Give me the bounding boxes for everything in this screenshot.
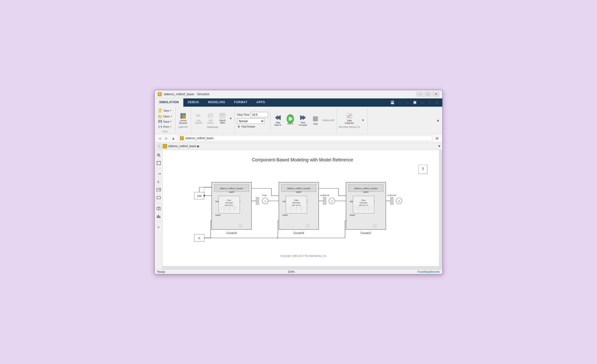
zoom-in-button[interactable]: [155, 152, 162, 158]
svg-rect-6: [159, 120, 161, 121]
svg-text:with Ts=1.0: with Ts=1.0: [359, 204, 368, 206]
log-signals-button[interactable]: LogSignals: [193, 112, 204, 125]
simulate-section-label: SIMULATE: [322, 119, 334, 122]
nav-bar: ◀ ▶ ▲ S sldemo_mdlref_basic ⊞: [155, 134, 442, 143]
svg-text:3: 3: [398, 200, 399, 202]
more-tools-button[interactable]: »: [155, 224, 162, 230]
new-dropdown-arrow[interactable]: ▾: [170, 109, 171, 112]
close-button[interactable]: ✕: [432, 92, 439, 97]
svg-text:0: 0: [199, 237, 200, 240]
new-open-save-group: New ▾ Open ▾: [157, 108, 173, 129]
step-back-label: StepBack ▾: [275, 121, 282, 126]
menu-bar: SIMULATION DEBUG MODELING FORMAT APPS 💾 …: [155, 98, 442, 107]
stop-time-input[interactable]: [251, 112, 268, 117]
mode-select[interactable]: Normal Accelerator Rapid Accelerator: [237, 118, 264, 124]
stop-time-label: Stop Time: [237, 113, 249, 116]
stop-icon: [312, 115, 319, 123]
chart-button[interactable]: [155, 213, 162, 220]
camera-button[interactable]: [155, 205, 162, 212]
status-bar: Ready 100% FixedStepDiscrete: [155, 269, 442, 274]
minimize-button[interactable]: ─: [416, 92, 423, 97]
help-icon[interactable]: ?: [426, 99, 433, 106]
step-back-button[interactable]: StepBack ▾: [272, 113, 283, 127]
canvas-area[interactable]: Component-Based Modeling with Model Refe…: [163, 150, 442, 269]
data-inspector-icon: [347, 113, 352, 119]
open-button[interactable]: Open ▾: [157, 114, 173, 119]
svg-text:OutB: OutB: [320, 194, 325, 196]
nav-up-button[interactable]: ▲: [171, 136, 176, 141]
tab-format[interactable]: FORMAT: [230, 98, 252, 107]
stop-label: Stop: [313, 123, 318, 125]
left-separator-2: [156, 203, 161, 203]
horizontal-scrollbar[interactable]: [163, 266, 439, 269]
signal-table-icon: [219, 113, 225, 119]
svg-rect-51: [157, 216, 158, 218]
tab-apps[interactable]: APPS: [252, 98, 270, 107]
step-forward-icon: [299, 114, 307, 121]
svg-rect-53: [159, 216, 160, 218]
toolbar: New ▾ Open ▾: [155, 107, 442, 134]
svg-rect-9: [159, 125, 161, 127]
svg-rect-10: [159, 127, 161, 128]
review-expand-button[interactable]: ▾: [361, 118, 365, 123]
tab-modeling[interactable]: MODELING: [204, 98, 230, 107]
print-dropdown-arrow[interactable]: ▾: [170, 126, 171, 128]
prepare-expand-button[interactable]: ▾: [229, 116, 233, 121]
fit-view-button[interactable]: [155, 160, 162, 166]
text-tool-button[interactable]: A: [155, 179, 162, 185]
simulink-window: S sldemo_mdlref_basic - Simulink ─ □ ✕ S…: [154, 90, 443, 274]
file-group: New ▾ Open ▾: [155, 108, 176, 133]
svg-marker-25: [300, 115, 306, 120]
nav-grid-icon[interactable]: ⊞: [434, 135, 440, 141]
title-bar: S sldemo_mdlref_basic - Simulink ─ □ ✕: [155, 90, 442, 98]
save-dropdown-arrow[interactable]: ▾: [170, 120, 171, 123]
path-arrow: ▶: [197, 144, 199, 148]
path-model-name: sldemo_mdlref_basic: [168, 144, 196, 148]
open-label: Open: [163, 115, 170, 118]
toolbar-expand-icon[interactable]: ▲: [435, 117, 441, 123]
more-icon[interactable]: ≫: [419, 99, 425, 106]
print-button[interactable]: Print ▾: [157, 124, 173, 129]
rect-tool-button[interactable]: [155, 194, 162, 201]
open-dropdown-arrow[interactable]: ▾: [171, 115, 172, 117]
library-browser-button[interactable]: LibraryBrowser: [178, 112, 189, 125]
save-button[interactable]: Save ▾: [157, 119, 173, 124]
svg-text:1: 1: [264, 200, 266, 202]
svg-rect-33: [157, 161, 160, 165]
svg-rect-11: [181, 113, 183, 116]
signal-table-label: SignalTable: [219, 119, 225, 124]
vertical-scrollbar[interactable]: [439, 150, 442, 269]
step-forward-button[interactable]: StepForward: [297, 113, 308, 127]
signal-table-button[interactable]: SignalTable: [217, 112, 228, 125]
title-controls: ─ □ ✕: [416, 92, 439, 97]
settings-icon[interactable]: ⚙: [434, 99, 440, 106]
view-icon[interactable]: 🔲: [411, 99, 418, 106]
svg-point-49: [158, 208, 159, 210]
tab-simulation[interactable]: SIMULATION: [155, 98, 183, 107]
redo-icon[interactable]: ↪: [404, 99, 410, 106]
path-expand-arrow[interactable]: ▾: [438, 144, 440, 148]
undo-icon[interactable]: ↩: [397, 99, 403, 106]
tab-debug[interactable]: DEBUG: [183, 98, 204, 107]
print-label: Print: [163, 125, 169, 128]
data-inspector-button[interactable]: DataInspector: [343, 112, 355, 125]
svg-text:Pulse: Pulse: [227, 199, 231, 201]
svg-text:2: 2: [331, 200, 332, 202]
path-expand-button[interactable]: +: [157, 144, 162, 149]
image-tool-button[interactable]: [155, 186, 162, 193]
save-toolbar-icon[interactable]: 💾: [389, 99, 396, 106]
svg-text:with Ts=0.1: with Ts=0.1: [224, 204, 233, 206]
run-button[interactable]: Run ▾: [285, 114, 296, 126]
prepare-section-label: PREPARE: [207, 126, 219, 129]
maximize-button[interactable]: □: [424, 92, 431, 97]
nav-forward-button[interactable]: ▶: [164, 136, 169, 141]
step-forward-label: StepForward: [299, 121, 307, 126]
stop-time-group: Stop Time Normal Accelerator Rapid Accel…: [235, 108, 271, 133]
nav-back-button[interactable]: ◀: [157, 136, 162, 141]
add-viewer-button[interactable]: AddViewer: [205, 112, 216, 125]
arrow-tool-button[interactable]: [155, 171, 162, 177]
stop-button[interactable]: Stop: [310, 114, 321, 126]
svg-rect-12: [183, 113, 186, 116]
svg-text:↗: ↗: [374, 225, 376, 227]
new-button[interactable]: New ▾: [157, 108, 173, 114]
